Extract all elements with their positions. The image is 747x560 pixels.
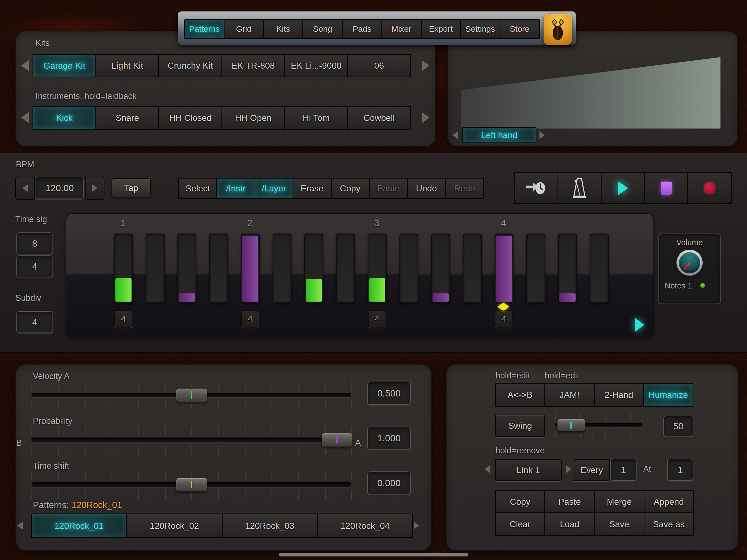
swing-slider[interactable] [555,413,643,437]
swing-value-field[interactable]: 50 [663,416,693,436]
undo-button[interactable]: Undo [408,179,445,198]
bpm-decrement-button[interactable] [15,177,35,200]
instruments-scroll-right-icon[interactable] [422,112,430,123]
hand-selector-button[interactable]: Left hand [462,127,537,143]
kit-button-crunchy[interactable]: Crunchy Kit [159,55,221,77]
humanize-button[interactable]: Humanize [644,384,693,406]
time-sig-numerator-field[interactable]: 8 [17,232,53,254]
copy-button[interactable]: Copy [332,179,369,198]
swing-button[interactable]: Swing [495,414,545,437]
sequencer-step-10[interactable] [400,233,418,303]
velocity-a-slider[interactable] [31,380,351,410]
pattern-button-4[interactable]: 120Rock_04 [318,514,412,537]
velocity-ramp-shape[interactable] [461,56,720,128]
beat-subdiv-button[interactable]: 4 [114,310,132,328]
probability-value-field[interactable]: 1.000 [367,427,411,450]
stop-button[interactable] [645,173,688,203]
instrument-button-snare[interactable]: Snare [96,107,158,129]
erase-button[interactable]: Erase [293,179,331,198]
every-button[interactable]: Every [574,459,610,481]
drum-app-icon[interactable] [544,14,572,45]
paste-button[interactable]: Paste [370,179,407,198]
kit-button-06[interactable]: 06 [348,55,410,77]
kit-button-light[interactable]: Light Kit [96,55,158,77]
select-instrument-toggle[interactable]: /Instr [217,179,254,198]
sequencer-step-15[interactable] [558,233,577,303]
sequencer-step-9[interactable] [368,233,387,303]
velocity-a-handle[interactable] [176,388,207,402]
hand-scroll-right-icon[interactable] [539,131,545,139]
every-value-field[interactable]: 1 [610,459,637,481]
pattern-button-2[interactable]: 120Rock_02 [127,514,222,537]
sequencer-step-8[interactable] [336,233,355,303]
probability-handle[interactable] [321,433,353,447]
tab-song[interactable]: Song [303,20,342,38]
sequencer-step-13[interactable] [495,233,514,303]
patterns-scroll-left-icon[interactable] [17,522,23,529]
record-button[interactable] [688,173,731,203]
volume-knob[interactable] [676,250,703,276]
pattern-append-button[interactable]: Append [644,491,693,513]
sequencer-step-14[interactable] [526,233,545,303]
sync-clock-button[interactable] [515,173,558,203]
sequencer-step-2[interactable] [146,233,164,303]
redo-button[interactable]: Redo [446,179,483,198]
sequencer-step-3[interactable] [177,233,196,303]
kit-button-garage[interactable]: Garage Kit [33,55,96,77]
time-shift-value-field[interactable]: 0.000 [367,472,411,494]
tab-store[interactable]: Store [500,20,539,38]
select-layer-toggle[interactable]: /Layer [255,179,292,198]
row-play-arrow-icon[interactable] [635,318,644,332]
sequencer-step-5[interactable] [241,233,260,303]
sequencer-step-6[interactable] [273,233,291,303]
sequencer-step-4[interactable] [209,233,228,303]
tab-settings[interactable]: Settings [461,20,499,38]
beat-subdiv-button[interactable]: 4 [368,310,386,328]
bpm-increment-button[interactable] [85,177,104,200]
probability-slider[interactable] [31,424,351,455]
instrument-button-cowbell[interactable]: Cowbell [348,107,410,129]
patterns-scroll-right-icon[interactable] [414,522,419,529]
time-shift-slider[interactable] [31,469,351,500]
instrument-button-hh-open[interactable]: HH Open [222,107,284,129]
home-indicator[interactable] [279,553,468,556]
tab-grid[interactable]: Grid [225,20,263,38]
tab-pads[interactable]: Pads [343,20,381,38]
play-button[interactable] [601,173,644,203]
pattern-load-button[interactable]: Load [545,513,594,535]
sequencer-step-1[interactable] [114,233,133,303]
select-button[interactable]: Select [179,179,216,198]
jam-button[interactable]: JAM! [545,384,594,406]
hand-scroll-left-icon[interactable] [453,131,458,139]
pattern-button-1[interactable]: 120Rock_01 [32,514,126,537]
link-scroll-left-icon[interactable] [485,465,490,473]
at-value-field[interactable]: 1 [667,459,693,481]
metronome-button[interactable] [558,173,601,203]
kit-button-ek-9000[interactable]: EK Li...-9000 [285,55,347,77]
pattern-clear-button[interactable]: Clear [496,513,544,535]
pattern-paste-button[interactable]: Paste [545,491,594,513]
swing-handle[interactable] [557,419,585,432]
link-selector-button[interactable]: Link 1 [495,459,562,481]
tap-tempo-button[interactable]: Tap [111,178,151,198]
link-scroll-right-icon[interactable] [566,465,571,473]
sequencer-step-11[interactable] [431,233,450,303]
tab-export[interactable]: Export [422,20,460,38]
time-shift-handle[interactable] [176,478,207,492]
kits-scroll-right-icon[interactable] [422,60,430,71]
instrument-button-hi-tom[interactable]: Hi Tom [285,107,347,129]
ab-swap-button[interactable]: A<->B [496,384,544,406]
pattern-merge-button[interactable]: Merge [595,491,644,513]
sequencer-step-16[interactable] [590,233,609,303]
pattern-save-as-button[interactable]: Save as [644,513,693,535]
pattern-save-button[interactable]: Save [595,513,644,535]
kit-button-ek-tr808[interactable]: EK TR-808 [222,55,284,77]
beat-subdiv-button[interactable]: 4 [241,310,259,328]
pattern-button-3[interactable]: 120Rock_03 [223,514,317,537]
bpm-value-field[interactable]: 120.00 [35,177,84,199]
sequencer-step-12[interactable] [463,233,482,303]
sequencer-step-7[interactable] [304,233,323,303]
instruments-scroll-left-icon[interactable] [21,112,29,123]
tab-kits[interactable]: Kits [264,20,302,38]
pattern-copy-button[interactable]: Copy [496,491,544,513]
